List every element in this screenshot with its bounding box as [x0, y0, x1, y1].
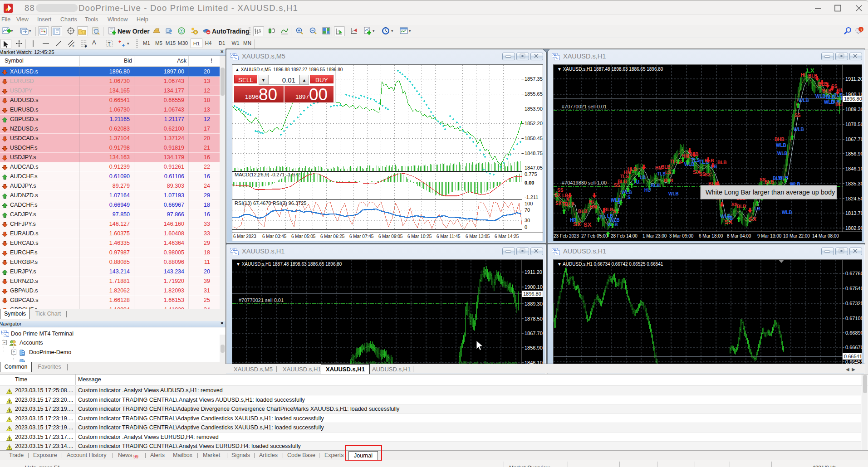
svg-text:8 Mar 04:00: 8 Mar 04:00	[727, 234, 751, 238]
svg-text:1900.10: 1900.10	[525, 284, 543, 290]
svg-text:RSI(13) 67.4670 RSI(3) 96.372: RSI(13) 67.4670 RSI(3) 96.3725	[235, 200, 306, 206]
svg-text:SX: SX	[749, 216, 757, 223]
svg-text:WLB: WLB	[824, 100, 834, 105]
svg-text:6 Mar 2023: 6 Mar 2023	[233, 234, 256, 239]
svg-text:WLB: WLB	[684, 162, 695, 167]
svg-text:F: F	[85, 45, 87, 48]
svg-text:#70770021 sell 0.01: #70770021 sell 0.01	[239, 297, 284, 303]
svg-text:SS: SS	[557, 188, 564, 193]
svg-text:1853.90: 1853.90	[525, 106, 543, 112]
svg-text:6 Mar 09:05: 6 Mar 09:05	[378, 234, 403, 239]
svg-text:1850.45: 1850.45	[525, 136, 543, 141]
svg-text:6 Mar 05:05: 6 Mar 05:05	[291, 234, 316, 239]
svg-text:0.775: 0.775	[525, 171, 537, 177]
svg-text:BLB: BLB	[651, 183, 660, 188]
svg-text:9 Mar 13:00: 9 Mar 13:00	[757, 234, 782, 238]
svg-text:BLB: BLB	[808, 73, 818, 78]
svg-text:▼ AUDUSD.s,H1 0.66734 0.66742: ▼ AUDUSD.s,H1 0.66734 0.66742 0.66525 0.…	[557, 262, 663, 267]
svg-text:HU: HU	[644, 188, 651, 193]
svg-text:#70770021 sell 0.01: #70770021 sell 0.01	[562, 104, 607, 109]
svg-text:SX: SX	[554, 193, 561, 198]
svg-text:HM: HM	[590, 204, 597, 209]
svg-text:BLB: BLB	[661, 165, 671, 170]
svg-text:1847.05: 1847.05	[525, 165, 543, 170]
svg-text:BLB: BLB	[618, 179, 627, 184]
svg-text:23 Feb 2023: 23 Feb 2023	[554, 234, 579, 238]
svg-text:1896.80: 1896.80	[523, 291, 541, 297]
svg-text:1802.90: 1802.90	[845, 225, 862, 231]
svg-text:1 Mar 23:00: 1 Mar 23:00	[642, 234, 667, 238]
svg-text:1813.70: 1813.70	[845, 210, 862, 216]
svg-text:BLB: BLB	[822, 88, 832, 93]
svg-text:-1.211: -1.211	[525, 195, 538, 200]
svg-text:SS: SS	[794, 113, 801, 118]
svg-text:1848.75: 1848.75	[525, 151, 543, 156]
svg-text:6 Mar 07:45: 6 Mar 07:45	[349, 234, 374, 239]
svg-text:0.66670: 0.66670	[845, 345, 862, 350]
svg-text:0.00: 0.00	[525, 180, 534, 185]
svg-text:6 Mar 14:25: 6 Mar 14:25	[495, 234, 519, 239]
svg-text:6 Mar 13:05: 6 Mar 13:05	[466, 234, 490, 239]
svg-text:SX: SX	[705, 172, 711, 177]
svg-text:S: S	[628, 195, 631, 200]
svg-text:0.67325: 0.67325	[845, 301, 862, 306]
svg-text:TLS: TLS	[657, 171, 666, 176]
svg-text:3 Mar 09:00: 3 Mar 09:00	[669, 234, 694, 238]
svg-text:1878.50: 1878.50	[845, 122, 862, 127]
svg-text:TB: TB	[727, 216, 733, 221]
svg-text:▼ XAUUSD.s,H1 1887.48 1898.63: ▼ XAUUSD.s,H1 1887.48 1898.63 1886.65 18…	[236, 262, 342, 267]
svg-text:0.66890: 0.66890	[845, 330, 862, 336]
svg-text:10 Mar 22:00: 10 Mar 22:00	[783, 234, 810, 238]
svg-text:T: T	[108, 42, 111, 47]
svg-text:WLB: WLB	[668, 191, 679, 196]
svg-text:WLB: WLB	[794, 127, 804, 132]
svg-text:0: 0	[525, 224, 527, 230]
svg-text:100: 100	[525, 201, 533, 206]
svg-text:BLB: BLB	[578, 209, 588, 214]
svg-text:BHB: BHB	[775, 137, 785, 142]
svg-text:14 Mar 08:00: 14 Mar 08:00	[812, 234, 839, 238]
svg-text:1896.80: 1896.80	[844, 96, 862, 102]
svg-text:X: X	[597, 205, 600, 210]
svg-text:HI: HI	[801, 73, 805, 78]
svg-text:1889.30: 1889.30	[845, 107, 862, 112]
svg-text:0.66541: 0.66541	[844, 354, 862, 359]
svg-text:▼ XAUUSD.s,H1 1887.48 1898.63: ▼ XAUUSD.s,H1 1887.48 1898.63 1886.65 18…	[557, 67, 663, 72]
svg-text:LX: LX	[807, 67, 814, 74]
svg-text:1867.70: 1867.70	[525, 331, 543, 336]
svg-text:1855.65: 1855.65	[525, 91, 543, 97]
svg-text:1835.30: 1835.30	[845, 181, 862, 186]
svg-text:SX: SX	[584, 221, 592, 228]
svg-text:X: X	[695, 156, 698, 161]
svg-text:WLB: WLB	[776, 143, 786, 148]
svg-text:X: X	[743, 206, 746, 211]
svg-text:1: 1	[860, 28, 863, 32]
svg-text:WLB: WLB	[778, 175, 789, 180]
svg-text:1846.10: 1846.10	[845, 166, 862, 171]
svg-text:1824.50: 1824.50	[845, 196, 862, 201]
svg-text:1911.20: 1911.20	[525, 269, 542, 275]
svg-text:LS: LS	[569, 201, 574, 206]
svg-text:28 Feb 14:00: 28 Feb 14:00	[611, 234, 638, 238]
svg-text:X: X	[632, 169, 635, 174]
svg-text:HI: HI	[589, 199, 593, 204]
svg-text:6 Mar 10:25: 6 Mar 10:25	[407, 234, 432, 239]
svg-text:WLB: WLB	[815, 94, 826, 99]
svg-text:1878.50: 1878.50	[525, 316, 543, 321]
svg-text:LS: LS	[665, 170, 671, 175]
svg-text:1867.70: 1867.70	[845, 136, 862, 142]
svg-text:White Long Bar larger than ave: White Long Bar larger than average up bo…	[706, 189, 835, 196]
svg-text:1852.20: 1852.20	[525, 121, 543, 126]
svg-text:WLB: WLB	[799, 98, 809, 103]
svg-text:30: 30	[525, 218, 530, 223]
svg-text:X: X	[768, 180, 771, 185]
svg-text:6 Mar 06:25: 6 Mar 06:25	[320, 234, 345, 239]
svg-text:MACD(12,26,9) -0.271 -1.977: MACD(12,26,9) -0.271 -1.977	[235, 172, 300, 177]
svg-text:SX: SX	[555, 201, 562, 206]
svg-text:0.67105: 0.67105	[845, 316, 862, 321]
svg-text:TU: TU	[633, 180, 639, 185]
svg-text:0.67540: 0.67540	[845, 286, 862, 291]
svg-text:WLB: WLB	[782, 210, 792, 215]
svg-text:1911.20: 1911.20	[845, 76, 862, 82]
svg-text:1856.90: 1856.90	[525, 345, 543, 350]
